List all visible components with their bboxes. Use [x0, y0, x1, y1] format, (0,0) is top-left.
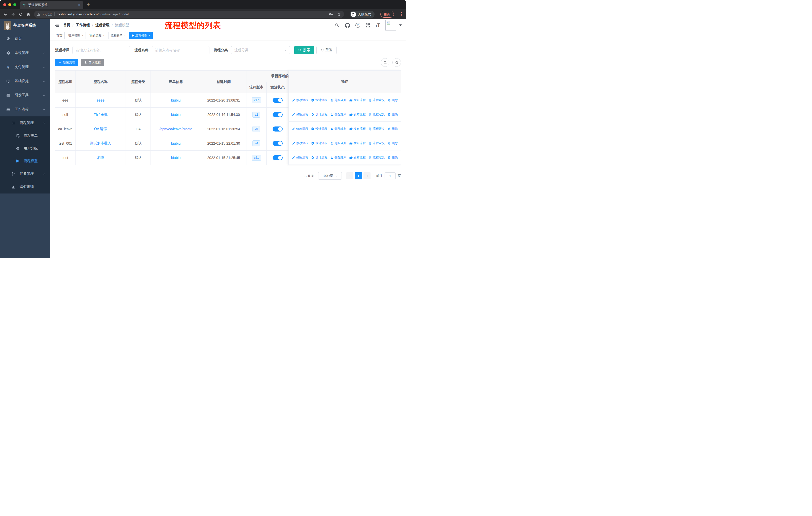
sidebar-item-流程表单[interactable]: 流程表单 — [0, 130, 50, 142]
next-page-button[interactable] — [364, 172, 371, 180]
version-badge[interactable]: v21 — [252, 155, 261, 161]
breadcrumb-item-首页[interactable]: 首页 — [63, 23, 70, 27]
action-分配规则[interactable]: 分配规则 — [330, 112, 347, 117]
version-badge[interactable]: v5 — [253, 126, 260, 132]
key-icon[interactable] — [329, 12, 333, 17]
process-name-link[interactable]: 测试多审批人 — [90, 141, 111, 145]
action-删除[interactable]: 删除 — [388, 156, 398, 160]
action-发布流程[interactable]: 发布流程 — [349, 98, 366, 102]
action-发布流程[interactable]: 发布流程 — [349, 141, 366, 145]
reload-icon[interactable] — [19, 12, 23, 17]
tab-close-icon[interactable]: × — [149, 34, 150, 37]
sidebar-item-请假查询[interactable]: 请假查询 — [0, 181, 50, 193]
action-设计流程[interactable]: 设计流程 — [311, 156, 327, 160]
action-设计流程[interactable]: 设计流程 — [311, 127, 327, 131]
action-发布流程[interactable]: 发布流程 — [349, 156, 366, 160]
bookmark-star-icon[interactable] — [337, 12, 341, 17]
github-icon[interactable] — [345, 23, 350, 28]
action-流程定义[interactable]: 流程定义 — [369, 127, 385, 131]
sidebar-item-工作流程[interactable]: 工作流程 — [0, 102, 50, 116]
close-window-button[interactable] — [3, 3, 6, 6]
action-设计流程[interactable]: 设计流程 — [311, 98, 327, 102]
action-分配规则[interactable]: 分配规则 — [330, 127, 347, 131]
browser-tab[interactable]: 芋道管理系统 ✕ — [20, 1, 83, 9]
active-toggle[interactable] — [272, 98, 283, 103]
sidebar-item-基础设施[interactable]: 基础设施 — [0, 74, 50, 88]
action-修改流程[interactable]: 修改流程 — [292, 127, 308, 131]
form-info-link[interactable]: biubiu — [171, 113, 180, 117]
action-发布流程[interactable]: 发布流程 — [349, 127, 366, 131]
sidebar-item-研发工具[interactable]: 研发工具 — [0, 88, 50, 102]
tab-close-icon[interactable]: × — [82, 34, 84, 37]
sidebar-fold-icon[interactable] — [54, 23, 59, 28]
active-toggle[interactable] — [272, 127, 283, 132]
action-删除[interactable]: 删除 — [388, 98, 398, 102]
tab-流程模型[interactable]: 流程模型× — [129, 32, 153, 39]
sidebar-item-支付管理[interactable]: ¥支付管理 — [0, 60, 50, 74]
active-toggle[interactable] — [272, 112, 283, 117]
action-分配规则[interactable]: 分配规则 — [330, 156, 347, 160]
tab-租户管理[interactable]: 租户管理× — [66, 32, 86, 39]
show-search-button[interactable] — [381, 58, 389, 67]
refresh-table-button[interactable] — [393, 58, 401, 67]
avatar[interactable] — [385, 20, 396, 30]
sidebar-item-系统管理[interactable]: 系统管理 — [0, 46, 50, 60]
action-修改流程[interactable]: 修改流程 — [292, 112, 308, 117]
sidebar-item-流程模型[interactable]: 流程模型 — [0, 155, 50, 167]
import-process-button[interactable]: 导入流程 — [81, 59, 104, 66]
process-name-link[interactable]: 滔博 — [97, 156, 104, 160]
sidebar-item-首页[interactable]: 首页 — [0, 32, 50, 46]
search-icon[interactable] — [335, 23, 340, 28]
browser-menu-icon[interactable] — [400, 12, 403, 17]
font-size-icon[interactable]: TT — [376, 23, 380, 27]
process-name-link[interactable]: eeee — [97, 98, 105, 102]
version-badge[interactable]: v4 — [253, 140, 260, 147]
breadcrumb-item-工作流程[interactable]: 工作流程 — [76, 23, 90, 27]
tab-close-icon[interactable]: × — [103, 34, 105, 37]
page-size-select[interactable]: 10条/页 — [318, 172, 342, 180]
process-name-link[interactable]: 自己审批 — [94, 112, 108, 116]
form-info-link[interactable]: biubiu — [171, 141, 180, 145]
action-设计流程[interactable]: 设计流程 — [311, 141, 327, 145]
action-分配规则[interactable]: 分配规则 — [330, 98, 347, 102]
action-流程定义[interactable]: 流程定义 — [369, 141, 385, 145]
action-修改流程[interactable]: 修改流程 — [292, 98, 308, 102]
action-分配规则[interactable]: 分配规则 — [330, 141, 347, 145]
minimize-window-button[interactable] — [8, 3, 11, 6]
avatar-caret-down-icon[interactable] — [399, 24, 402, 26]
tab-close-icon[interactable]: × — [124, 34, 126, 37]
url-bar[interactable]: 不安全 dashboard.yudao.iocoder.cn/bpm/manag… — [34, 11, 344, 18]
sidebar-item-用户分组[interactable]: 用户分组 — [0, 142, 50, 155]
security-label[interactable]: 不安全 — [42, 12, 52, 17]
action-删除[interactable]: 删除 — [388, 127, 398, 131]
prev-page-button[interactable] — [346, 172, 353, 180]
action-修改流程[interactable]: 修改流程 — [292, 156, 308, 160]
tab-我的流程[interactable]: 我的流程× — [87, 32, 107, 39]
active-toggle[interactable] — [272, 155, 283, 160]
action-流程定义[interactable]: 流程定义 — [369, 98, 385, 102]
sidebar-item-任务管理[interactable]: 任务管理 — [0, 167, 50, 181]
new-tab-button[interactable]: + — [87, 2, 90, 7]
search-button[interactable]: 搜索 — [294, 46, 314, 54]
tab-close-icon[interactable]: ✕ — [78, 3, 81, 7]
form-info-link[interactable]: /bpm/oa/leave/create — [159, 127, 192, 131]
create-process-button[interactable]: 新建流程 — [55, 59, 78, 66]
process-name-link[interactable]: OA 请假 — [94, 127, 107, 131]
fullscreen-icon[interactable] — [366, 23, 370, 28]
action-设计流程[interactable]: 设计流程 — [311, 112, 327, 117]
goto-page-input[interactable] — [385, 172, 396, 180]
page-1-button[interactable]: 1 — [355, 172, 362, 180]
action-修改流程[interactable]: 修改流程 — [292, 141, 308, 145]
action-删除[interactable]: 删除 — [388, 141, 398, 145]
process-id-input[interactable] — [72, 46, 130, 54]
back-icon[interactable] — [3, 12, 7, 17]
action-发布流程[interactable]: 发布流程 — [349, 112, 366, 117]
action-流程定义[interactable]: 流程定义 — [369, 112, 385, 117]
tab-流程表单[interactable]: 流程表单× — [108, 32, 128, 39]
form-info-link[interactable]: biubiu — [171, 156, 180, 160]
sidebar-item-流程管理[interactable]: 流程管理 — [0, 116, 50, 130]
action-流程定义[interactable]: 流程定义 — [369, 156, 385, 160]
action-删除[interactable]: 删除 — [388, 112, 398, 117]
process-category-select[interactable]: 流程分类 — [231, 46, 290, 54]
reset-button[interactable]: 重置 — [316, 46, 337, 54]
